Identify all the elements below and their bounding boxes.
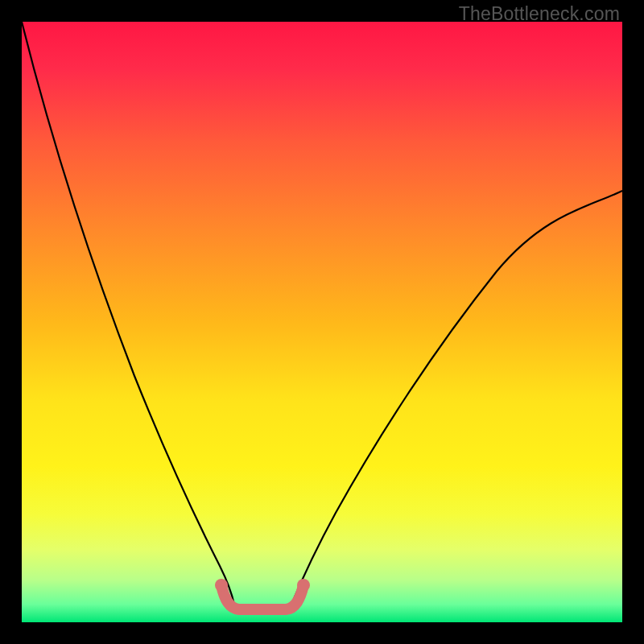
chart-svg bbox=[22, 22, 622, 622]
highlight-dot-right bbox=[297, 579, 310, 592]
highlight-dot-left bbox=[215, 579, 228, 592]
watermark-text: TheBottleneck.com bbox=[459, 3, 620, 25]
gradient-background bbox=[22, 22, 622, 622]
chart-frame bbox=[22, 22, 622, 622]
